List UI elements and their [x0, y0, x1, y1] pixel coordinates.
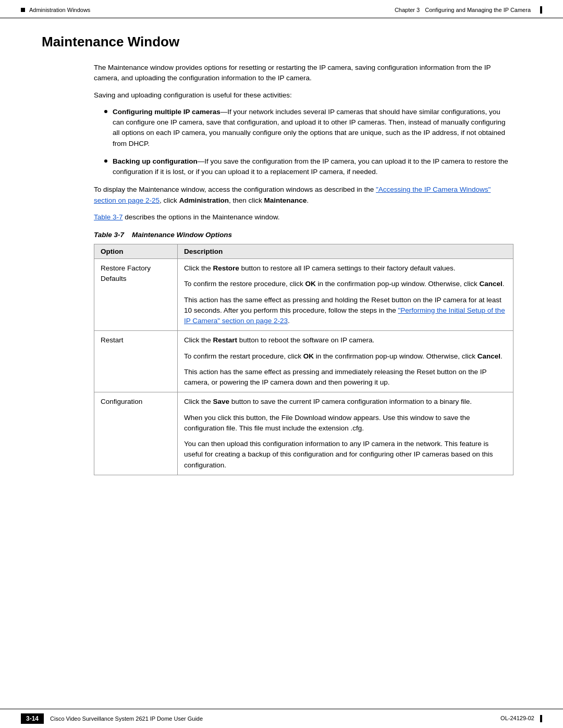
table-reference: Table 3-7 describes the options in the M… — [94, 212, 513, 223]
desc-para: Click the Save button to save the curren… — [184, 397, 507, 407]
bullet-item-2: Backing up configuration—If you save the… — [104, 156, 513, 178]
intro-paragraph-2: Saving and uploading configuration is us… — [94, 90, 513, 101]
header-left-label: Administration Windows — [29, 7, 90, 13]
option-configuration: Configuration — [94, 392, 178, 475]
col-header-description: Description — [178, 244, 513, 259]
header-left: Administration Windows — [21, 7, 90, 13]
table-row: Configuration Click the Save button to s… — [94, 392, 513, 475]
header-right: Chapter 3 Configuring and Managing the I… — [395, 6, 542, 14]
footer-left: 3-14 Cisco Video Surveillance System 262… — [21, 713, 203, 724]
page-container: Administration Windows Chapter 3 Configu… — [0, 0, 563, 728]
desc-configuration: Click the Save button to save the curren… — [178, 392, 513, 475]
option-restore-factory: Restore Factory Defaults — [94, 259, 178, 331]
table-caption-label: Table 3-7 Maintenance Window Options — [94, 231, 232, 239]
desc-restore-factory: Click the Restore button to restore all … — [178, 259, 513, 331]
reference-paragraph: To display the Maintenance window, acces… — [94, 184, 513, 206]
options-table: Option Description Restore Factory Defau… — [94, 244, 513, 475]
desc-para: To confirm the restore procedure, click … — [184, 279, 507, 289]
footer-center-text: Cisco Video Surveillance System 2621 IP … — [50, 715, 203, 722]
footer-bar-icon — [540, 715, 542, 722]
header-marker-icon — [21, 8, 25, 12]
setup-link[interactable]: "Performing the Initial Setup of the IP … — [184, 306, 505, 325]
page-footer: 3-14 Cisco Video Surveillance System 262… — [0, 709, 563, 728]
footer-doc-number: OL-24129-02 — [500, 715, 534, 721]
bullet-dot-icon-2 — [104, 159, 107, 163]
options-table-container: Option Description Restore Factory Defau… — [94, 244, 513, 475]
bullet-list: Configuring multiple IP cameras—If your … — [104, 107, 513, 178]
table-row: Restore Factory Defaults Click the Resto… — [94, 259, 513, 331]
page-title: Maintenance Window — [42, 34, 534, 50]
desc-para: When you click this button, the File Dow… — [184, 413, 507, 434]
table-row: Restart Click the Restart button to rebo… — [94, 331, 513, 392]
bullet-dot-icon — [104, 110, 107, 113]
intro-paragraph-1: The Maintenance window provides options … — [94, 63, 513, 84]
page-header: Administration Windows Chapter 3 Configu… — [0, 0, 563, 18]
table-ref-link[interactable]: Table 3-7 — [94, 213, 123, 221]
bullet-text-2: Backing up configuration—If you save the… — [113, 156, 513, 178]
bullet-item-1: Configuring multiple IP cameras—If your … — [104, 107, 513, 149]
header-chapter: Chapter 3 — [395, 7, 420, 13]
bullet-text-1: Configuring multiple IP cameras—If your … — [113, 107, 513, 149]
desc-para: This action has the same effect as press… — [184, 367, 507, 388]
table-header-row: Option Description — [94, 244, 513, 259]
desc-restart: Click the Restart button to reboot the s… — [178, 331, 513, 392]
page-number: 3-14 — [21, 713, 44, 724]
header-chapter-title: Configuring and Managing the IP Camera — [425, 7, 531, 13]
option-restart: Restart — [94, 331, 178, 392]
desc-para: This action has the same effect as press… — [184, 295, 507, 327]
desc-para: To confirm the restart procedure, click … — [184, 351, 507, 362]
footer-right: OL-24129-02 — [500, 715, 542, 722]
main-content: Maintenance Window The Maintenance windo… — [0, 18, 563, 496]
desc-para: Click the Restart button to reboot the s… — [184, 335, 507, 346]
table-caption: Table 3-7 Maintenance Window Options — [94, 231, 513, 239]
desc-para: You can then upload this configuration i… — [184, 439, 507, 471]
header-bar-icon — [540, 6, 542, 14]
desc-para: Click the Restore button to restore all … — [184, 263, 507, 274]
col-header-option: Option — [94, 244, 178, 259]
